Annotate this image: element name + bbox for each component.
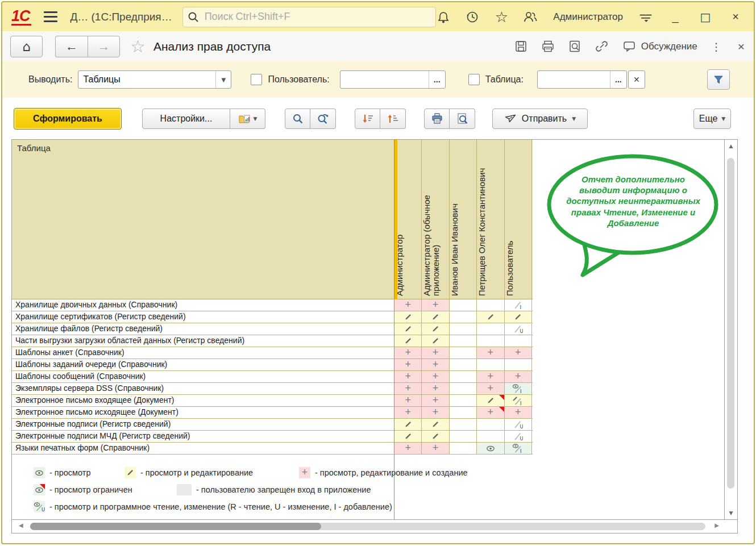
- row-label[interactable]: Электронное письмо исходящее (Документ): [12, 407, 394, 418]
- right-cell-pencil-I[interactable]: I: [505, 395, 532, 406]
- right-cell-empty[interactable]: [505, 335, 532, 347]
- forward-button[interactable]: →: [88, 36, 120, 57]
- right-cell-empty[interactable]: [450, 395, 477, 406]
- right-cell-pencil[interactable]: [394, 335, 422, 347]
- right-cell-empty[interactable]: [450, 323, 477, 335]
- right-cell-empty[interactable]: [477, 419, 504, 430]
- right-cell-empty[interactable]: [450, 431, 477, 442]
- row-label[interactable]: Экземпляры сервера DSS (Справочник): [12, 383, 394, 394]
- right-cell-empty[interactable]: [477, 359, 504, 370]
- row-label[interactable]: Хранилище файлов (Регистр сведений): [12, 323, 394, 335]
- user-filter-input[interactable]: [340, 75, 429, 85]
- row-label[interactable]: Хранилище двоичных данных (Справочник): [12, 299, 394, 311]
- right-cell-pencil[interactable]: [422, 419, 449, 430]
- back-button[interactable]: ←: [55, 36, 88, 57]
- right-cell-plus[interactable]: +: [505, 407, 532, 418]
- right-cell-pencil[interactable]: [394, 419, 422, 430]
- right-cell-plus[interactable]: +: [505, 371, 532, 382]
- search-input[interactable]: [203, 10, 431, 23]
- save-icon[interactable]: [514, 40, 527, 53]
- table-filter-checkbox[interactable]: [468, 74, 480, 85]
- notifications-bell-icon[interactable]: [436, 10, 451, 24]
- filter-settings-button[interactable]: [707, 69, 730, 90]
- history-icon[interactable]: [465, 10, 480, 24]
- column-header[interactable]: Администратор: [394, 140, 422, 299]
- right-cell-empty[interactable]: [450, 407, 477, 418]
- get-link-icon[interactable]: [595, 40, 609, 53]
- send-button[interactable]: Отправить ▼: [492, 109, 588, 129]
- main-menu-icon[interactable]: [44, 11, 58, 22]
- right-cell-eye-I[interactable]: I: [505, 383, 532, 394]
- right-cell-empty[interactable]: [450, 443, 477, 454]
- favorite-star-icon[interactable]: ☆: [130, 38, 146, 55]
- right-cell-pencil[interactable]: [422, 335, 449, 347]
- right-cell-empty[interactable]: [450, 299, 477, 311]
- table-filter-field[interactable]: ...: [537, 70, 627, 89]
- right-cell-pencil[interactable]: [394, 323, 422, 335]
- global-search[interactable]: [182, 7, 437, 27]
- scroll-right-icon[interactable]: ▶: [715, 522, 719, 528]
- user-choose-button[interactable]: ...: [429, 71, 445, 88]
- window-close-button[interactable]: ×: [728, 10, 743, 23]
- right-cell-empty[interactable]: [450, 359, 477, 370]
- current-user[interactable]: Администратор: [553, 11, 623, 23]
- vertical-scroll-thumb[interactable]: [727, 158, 734, 489]
- right-cell-eye-I[interactable]: I: [505, 443, 532, 454]
- right-cell-plus[interactable]: +: [422, 395, 449, 406]
- right-cell-empty[interactable]: [450, 383, 477, 394]
- right-cell-plus[interactable]: +: [394, 359, 422, 370]
- right-cell-plus-restricted[interactable]: +: [477, 407, 504, 418]
- report-variants-button[interactable]: ▼: [230, 109, 265, 129]
- table-choose-button[interactable]: ...: [610, 71, 626, 88]
- right-cell-plus[interactable]: +: [422, 407, 449, 418]
- right-cell-plus[interactable]: +: [394, 347, 422, 359]
- vertical-scrollbar[interactable]: ▲ ▼: [725, 140, 737, 519]
- right-cell-plus[interactable]: +: [477, 347, 504, 359]
- right-cell-plus[interactable]: +: [422, 443, 449, 454]
- maximize-button[interactable]: □: [697, 10, 713, 24]
- right-cell-empty[interactable]: [450, 347, 477, 359]
- right-cell-pencil[interactable]: [422, 431, 449, 442]
- row-label[interactable]: Электронные подписи МЧД (Регистр сведени…: [12, 431, 394, 442]
- right-cell-empty[interactable]: [450, 419, 477, 430]
- right-cell-eye[interactable]: [477, 443, 504, 454]
- right-cell-pencil[interactable]: [422, 311, 449, 323]
- row-label[interactable]: Хранилище сертификатов (Регистр сведений…: [12, 311, 394, 323]
- right-cell-plus[interactable]: +: [422, 383, 449, 394]
- sort-descending-button[interactable]: [355, 109, 380, 129]
- right-cell-empty[interactable]: [505, 359, 532, 370]
- scroll-left-icon[interactable]: ◀: [19, 522, 23, 528]
- scroll-up-icon[interactable]: ▲: [725, 143, 737, 149]
- right-cell-empty[interactable]: [477, 335, 504, 347]
- user-filter-field[interactable]: ...: [340, 70, 446, 89]
- scroll-down-icon[interactable]: ▼: [725, 510, 737, 516]
- row-label[interactable]: Электронное письмо входящее (Документ): [12, 395, 394, 406]
- right-cell-pencil[interactable]: [422, 323, 449, 335]
- right-cell-pencil-restricted[interactable]: [477, 395, 504, 406]
- right-cell-empty[interactable]: [450, 371, 477, 382]
- right-cell-slash-U[interactable]: U: [505, 419, 532, 430]
- print-preview-icon[interactable]: [568, 40, 581, 53]
- column-header[interactable]: Петрищев Олег Константинович: [477, 140, 504, 299]
- horizontal-scroll-thumb[interactable]: [30, 523, 321, 530]
- right-cell-empty[interactable]: [450, 311, 477, 323]
- right-cell-plus[interactable]: +: [394, 299, 422, 311]
- right-cell-plus[interactable]: +: [394, 371, 422, 382]
- row-label[interactable]: Языки печатных форм (Справочник): [12, 443, 394, 454]
- favorites-star-icon[interactable]: ☆: [494, 10, 509, 24]
- print-button[interactable]: [424, 109, 450, 129]
- right-cell-plus[interactable]: +: [477, 383, 504, 394]
- service-menu-icon[interactable]: [638, 10, 653, 24]
- table-clear-button[interactable]: ✕: [628, 70, 645, 89]
- chevron-down-icon[interactable]: ▼: [215, 71, 231, 88]
- right-cell-pencil[interactable]: [477, 311, 504, 323]
- right-cell-pencil[interactable]: [394, 431, 422, 442]
- find-next-button[interactable]: [310, 109, 336, 129]
- home-button[interactable]: ⌂: [10, 36, 43, 57]
- right-cell-slash-U[interactable]: U: [505, 431, 532, 442]
- row-label[interactable]: Шаблоны анкет (Справочник): [12, 347, 394, 359]
- right-cell-plus[interactable]: +: [394, 407, 422, 418]
- print-icon[interactable]: [541, 40, 555, 53]
- settings-button[interactable]: Настройки...: [142, 109, 230, 129]
- right-cell-plus[interactable]: +: [394, 383, 422, 394]
